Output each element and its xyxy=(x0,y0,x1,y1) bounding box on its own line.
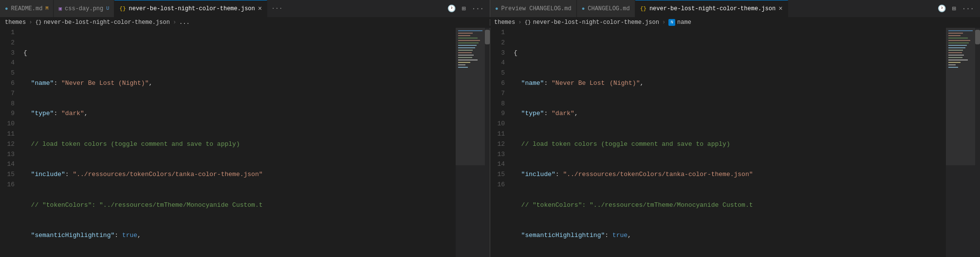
code-line-7-left: "semanticHighlighting": true, xyxy=(23,231,456,241)
more-actions-icon[interactable]: ··· xyxy=(470,4,486,14)
bc-json-icon-right: {} xyxy=(524,20,531,25)
editor-pane-left: 12345678 910111213141516 { "name": "Neve… xyxy=(0,28,490,257)
code-line-4-right: // load token colors (toggle comment and… xyxy=(514,139,946,150)
code-line-5-left: "include": "../ressources/tokenColors/ta… xyxy=(23,170,456,180)
minimap-right xyxy=(946,28,975,257)
tab-label-preview: Preview CHANGELOG.md xyxy=(501,5,572,12)
code-content-left[interactable]: { "name": "Never Be Lost (Night)", "type… xyxy=(19,28,456,257)
tab-icon-changelog: ● xyxy=(582,6,585,12)
header-icons-left: 🕐 ⊞ ··· xyxy=(445,3,490,14)
tab-label-json-left: never-be-lost-night-color-theme.json xyxy=(129,5,255,12)
tab-badge-css-day: U xyxy=(106,6,109,11)
line-numbers-left: 12345678 910111213141516 xyxy=(0,28,19,257)
tab-bar-left: ● README.md M ▣ css-day.png U {} never-b… xyxy=(0,0,490,17)
breadcrumb-bar: themes › {} never-be-lost-night-color-th… xyxy=(0,17,980,28)
tab-close-json-left[interactable]: × xyxy=(258,5,262,12)
bc-sep2-left: › xyxy=(173,19,176,26)
bc-name-right[interactable]: name xyxy=(677,19,691,26)
tab-css-day[interactable]: ▣ css-day.png U xyxy=(54,0,114,17)
tab-label-json-right: never-be-lost-night-color-theme.json xyxy=(649,5,776,12)
code-line-2-right: "name": "Never Be Lost (Night)", xyxy=(514,79,946,89)
tab-preview-changelog[interactable]: ● Preview CHANGELOG.md xyxy=(490,0,577,17)
code-content-right[interactable]: { "name": "Never Be Lost (Night)", "type… xyxy=(510,28,946,257)
editor-panels: 12345678 910111213141516 { "name": "Neve… xyxy=(0,28,980,257)
tab-close-json-right[interactable]: × xyxy=(778,5,782,12)
scrollbar-thumb-right[interactable] xyxy=(975,30,980,44)
tab-icon-braces-left: {} xyxy=(119,6,126,12)
bc-sep1-right: › xyxy=(518,19,521,26)
tab-bar: ● README.md M ▣ css-day.png U {} never-b… xyxy=(0,0,980,17)
scrollbar-right[interactable] xyxy=(975,28,980,257)
scrollbar-thumb-left[interactable] xyxy=(485,30,490,44)
header-icons-right: 🕐 ⊞ ··· xyxy=(936,3,980,14)
minimap-slider-right[interactable] xyxy=(946,28,975,165)
line-numbers-right: 12345678 910111213141516 xyxy=(490,28,510,257)
breadcrumb-right: themes › {} never-be-lost-night-color-th… xyxy=(494,19,975,26)
tab-readme[interactable]: ● README.md M xyxy=(0,0,54,17)
scrollbar-left[interactable] xyxy=(485,28,490,257)
bc-filename-left[interactable]: never-be-lost-night-color-theme.json xyxy=(44,19,170,26)
tab-label-css-day: css-day.png xyxy=(65,5,103,12)
code-line-6-right: // "tokenColors": "../ressources/tmTheme… xyxy=(514,200,946,211)
bc-themes-left[interactable]: themes xyxy=(5,19,26,26)
bc-filename-right[interactable]: never-be-lost-night-color-theme.json xyxy=(533,19,659,26)
split-icon[interactable]: ⊞ xyxy=(460,3,467,14)
tab-badge-readme: M xyxy=(45,6,48,11)
minimap-slider-left[interactable] xyxy=(456,28,485,165)
code-line-4-left: // load token colors (toggle comment and… xyxy=(23,139,456,150)
tab-changelog[interactable]: ● CHANGELOG.md xyxy=(577,0,635,17)
more-actions-icon-right[interactable]: ··· xyxy=(960,4,976,14)
code-line-1-right: { xyxy=(514,48,946,59)
code-line-3-left: "type": "dark", xyxy=(23,109,456,119)
tab-label-readme: README.md xyxy=(11,5,43,12)
bc-ellipsis-left[interactable]: ... xyxy=(179,19,190,26)
bc-json-icon-left: {} xyxy=(35,20,41,25)
bc-sep1-left: › xyxy=(29,19,32,26)
code-line-6-left: // "tokenColors": "../ressources/tmTheme… xyxy=(23,200,456,211)
tab-icon-preview: ● xyxy=(495,6,499,12)
history-icon[interactable]: 🕐 xyxy=(445,3,458,14)
bc-sep2-right: › xyxy=(662,19,666,26)
history-icon-right[interactable]: 🕐 xyxy=(936,3,948,14)
breadcrumb-panels: themes › {} never-be-lost-night-color-th… xyxy=(5,19,975,26)
breadcrumb-left: themes › {} never-be-lost-night-color-th… xyxy=(5,19,486,26)
tab-icon-md: ● xyxy=(5,6,8,12)
code-line-7-right: "semanticHighlighting": true, xyxy=(514,231,946,241)
tab-json-left[interactable]: {} never-be-lost-night-color-theme.json … xyxy=(114,0,267,17)
code-line-1-left: { xyxy=(23,48,456,59)
bc-themes-right[interactable]: themes xyxy=(494,19,515,26)
tab-icon-braces-right: {} xyxy=(640,6,647,12)
code-line-5-right: "include": "../ressources/tokenColors/ta… xyxy=(514,170,946,180)
bc-name-icon: N xyxy=(668,19,675,26)
editor-container: ● README.md M ▣ css-day.png U {} never-b… xyxy=(0,0,980,257)
tab-label-changelog: CHANGELOG.md xyxy=(588,5,629,12)
code-line-2-left: "name": "Never Be Lost (Night)", xyxy=(23,79,456,89)
tab-json-right[interactable]: {} never-be-lost-night-color-theme.json … xyxy=(635,0,788,17)
tab-icon-png: ▣ xyxy=(58,5,62,12)
tab-overflow-left[interactable]: ··· xyxy=(267,5,286,12)
tab-bar-right: ● Preview CHANGELOG.md ● CHANGELOG.md {}… xyxy=(490,0,980,17)
editor-pane-right: 12345678 910111213141516 { "name": "Neve… xyxy=(490,28,980,257)
minimap-left xyxy=(456,28,485,257)
split-icon-right[interactable]: ⊞ xyxy=(950,3,958,14)
code-line-3-right: "type": "dark", xyxy=(514,109,946,119)
